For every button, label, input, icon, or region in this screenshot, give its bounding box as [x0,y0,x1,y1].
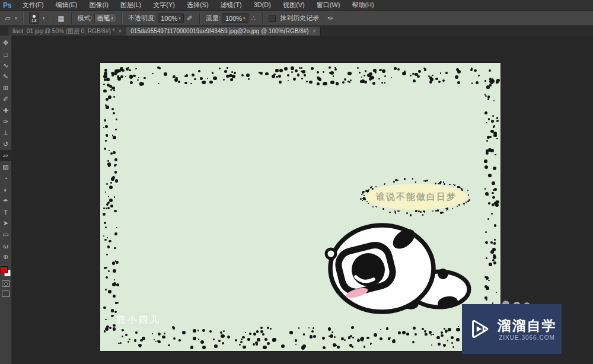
brush-pressure-icon[interactable]: ✑ [326,14,334,23]
quick-mask-icon[interactable] [2,280,10,287]
clone-stamp-tool[interactable]: ⊥ [0,127,11,139]
tab-label: liaot_01.jpg @ 50% (图层 0, RGB/8#) * [12,27,114,36]
blur-tool[interactable]: ◔ [0,173,11,184]
document-tab-bar: liaot_01.jpg @ 50% (图层 0, RGB/8#) * × 01… [0,26,593,36]
airbrush-icon[interactable]: ∴ [250,14,257,23]
shape-tool[interactable]: ▭ [0,229,11,240]
separator [50,13,51,24]
mode-value: 画笔 [97,14,110,23]
quick-selection-tool[interactable]: ✎ [0,71,11,82]
main-area: ✥□∿✎⊞✐✚✑⊥↺▱▧◔◐✒T➤▭ω⊕ [0,36,593,364]
watermark-subtitle: ZIXUE.3066.COM [499,334,555,341]
eraser-tool[interactable]: ▱ [0,150,11,161]
menu-items: 文件(F)编辑(E)图像(I)图层(L)文字(Y)选择(S)滤镜(T)3D(D)… [17,0,380,10]
crop-tool[interactable]: ⊞ [0,82,11,94]
close-icon[interactable]: × [313,27,316,36]
site-watermark: 溜溜自学 ZIXUE.3066.COM [462,304,562,354]
chevron-down-icon: ▾ [111,16,114,21]
menu-item-10[interactable]: 帮助(H) [346,0,380,10]
lasso-tool[interactable]: ∿ [0,60,11,71]
brush-preset-picker[interactable]: 13 [29,12,39,24]
brush-tool[interactable]: ✑ [0,116,11,127]
pen-pressure-opacity-icon[interactable]: ✐ [186,14,194,23]
menu-item-9[interactable]: 窗口(W) [311,0,346,10]
brush-size-value: 13 [31,18,37,23]
move-tool[interactable]: ✥ [0,37,11,49]
separator [199,13,200,24]
menu-item-1[interactable]: 编辑(E) [50,0,84,10]
document-tab-015da[interactable]: 015da9554971170000019ae9f43459.jpg@2o.jp… [126,27,320,36]
menu-item-7[interactable]: 3D(D) [248,0,277,10]
menu-item-0[interactable]: 文件(F) [17,0,50,10]
mode-label: 模式: [78,14,93,23]
menu-item-6[interactable]: 滤镜(T) [215,0,248,10]
path-selection-tool[interactable]: ➤ [0,218,11,229]
separator [71,13,72,24]
type-tool[interactable]: T [0,206,11,218]
workspace: 谁说不能做白日梦 熊小四儿 溜溜自学 ZIXUE.3066.COM [12,36,593,364]
menu-item-2[interactable]: 图像(I) [83,0,114,10]
eraser-icon[interactable]: ▱ [4,14,11,23]
mode-dropdown[interactable]: 画笔 ▾ [94,13,117,23]
brush-panel-toggle-icon[interactable]: ▦ [56,14,65,23]
menu-item-5[interactable]: 选择(S) [181,0,215,10]
separator [23,13,24,24]
watermark-title: 溜溜自学 [498,318,557,333]
menu-bar: Ps 文件(F)编辑(E)图像(I)图层(L)文字(Y)选择(S)滤镜(T)3D… [0,0,593,11]
chevron-down-icon: ▾ [178,16,181,21]
tool-preset-caret-icon[interactable]: ▾ [15,16,17,21]
gradient-tool[interactable]: ▧ [0,161,11,173]
foreground-color-swatch[interactable] [1,266,8,273]
marquee-tool[interactable]: □ [0,49,11,60]
close-icon[interactable]: × [118,27,122,36]
menu-item-3[interactable]: 图层(L) [114,0,147,10]
tool-options-bar: ▱ ▾ 13 ▾ ▦ 模式: 画笔 ▾ 不透明度: 100% ▾ ✐ 流量: 1… [0,11,593,26]
flow-value: 100% [225,15,242,22]
separator [122,13,123,24]
screen-mode-icon[interactable] [2,290,10,297]
chevron-down-icon: ▾ [243,16,246,21]
menu-item-4[interactable]: 文字(Y) [147,0,181,10]
image-canvas[interactable]: 谁说不能做白日梦 熊小四儿 [100,63,500,351]
erase-to-history-label: 抹到历史记录 [280,14,319,23]
separator [262,13,263,24]
hand-tool[interactable]: ω [0,240,11,251]
color-swatches[interactable] [1,266,11,276]
tool-icons: ✥□∿✎⊞✐✚✑⊥↺▱▧◔◐✒T➤▭ω⊕ [0,37,11,263]
erase-to-history-checkbox[interactable] [269,15,276,22]
eyedropper-tool[interactable]: ✐ [0,94,11,105]
brush-preset-caret-icon[interactable]: ▾ [43,16,45,21]
bubble-dots [100,63,500,351]
photoshop-logo: Ps [0,1,17,9]
opacity-value: 100% [161,15,177,22]
flow-dropdown[interactable]: 100% ▾ [222,13,248,23]
artist-signature: 熊小四儿 [116,314,161,325]
tool-strip: ✥□∿✎⊞✐✚✑⊥↺▱▧◔◐✒T➤▭ω⊕ [0,36,12,364]
dodge-tool[interactable]: ◐ [0,184,11,195]
history-brush-tool[interactable]: ↺ [0,139,11,150]
opacity-label: 不透明度: [128,14,156,23]
opacity-dropdown[interactable]: 100% ▾ [158,13,184,23]
play-logo-icon [467,317,492,341]
flow-label: 流量: [206,14,221,23]
pen-tool[interactable]: ✒ [0,195,11,206]
menu-item-8[interactable]: 视图(V) [277,0,311,10]
tab-label: 015da9554971170000019ae9f43459.jpg@2o.jp… [130,27,308,36]
zoom-tool[interactable]: ⊕ [0,251,11,263]
healing-brush-tool[interactable]: ✚ [0,105,11,116]
document-tab-liaot[interactable]: liaot_01.jpg @ 50% (图层 0, RGB/8#) * × [8,27,126,36]
